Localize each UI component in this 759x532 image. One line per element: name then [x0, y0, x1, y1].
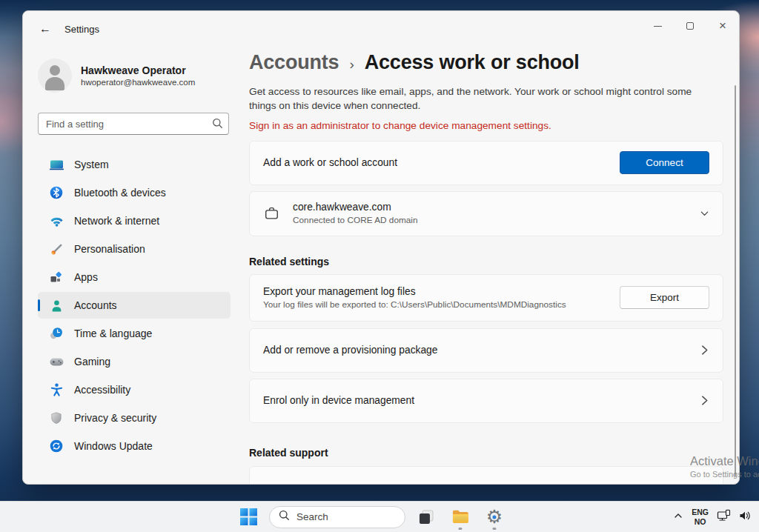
system-tray: ENG NO	[673, 502, 755, 532]
breadcrumb-separator-icon: ›	[349, 56, 354, 73]
tray-chevron-up-icon[interactable]	[673, 511, 683, 524]
taskbar-search[interactable]: Search	[269, 506, 405, 528]
taskbar: Search ⚙ ENG NO	[0, 501, 759, 532]
enrol-label: Enrol only in device management	[263, 395, 691, 406]
chevron-right-icon	[700, 395, 709, 406]
file-explorer-button[interactable]	[447, 504, 474, 531]
windows-logo-icon	[239, 508, 256, 525]
time-language-icon	[49, 326, 64, 341]
provisioning-card[interactable]: Add or remove a provisioning package	[249, 328, 723, 373]
language-indicator[interactable]: ENG NO	[692, 508, 709, 525]
sidebar-item-label: Network & internet	[74, 215, 159, 227]
sidebar-item-windows-update[interactable]: Windows Update	[38, 433, 231, 459]
related-support-header: Related support	[249, 447, 723, 459]
task-view-icon	[417, 508, 435, 526]
apps-icon	[49, 270, 64, 285]
sidebar-item-personalisation[interactable]: Personalisation	[38, 236, 231, 262]
sidebar-item-time-language[interactable]: Time & language	[38, 320, 231, 347]
export-logs-title: Export your management log files	[263, 286, 620, 297]
settings-taskbar-button[interactable]: ⚙	[481, 504, 508, 531]
gaming-icon	[49, 354, 64, 369]
page-title: Access work or school	[365, 51, 580, 74]
taskbar-search-label: Search	[296, 511, 328, 522]
settings-gear-icon: ⚙	[486, 508, 503, 526]
sidebar-item-network[interactable]: Network & internet	[38, 207, 231, 234]
accessibility-icon	[49, 382, 64, 397]
admin-warning: Sign in as an administrator to change de…	[249, 120, 723, 131]
breadcrumb: Accounts › Access work or school	[249, 51, 723, 74]
sidebar: Hawkweave Operator hwoperator@hawkweave.…	[23, 47, 245, 484]
connect-button[interactable]: Connect	[620, 151, 709, 174]
task-view-button[interactable]	[413, 504, 440, 531]
network-tray-icon[interactable]	[717, 509, 731, 525]
network-icon	[49, 213, 64, 228]
sidebar-item-privacy-security[interactable]: Privacy & security	[38, 405, 231, 431]
desktop: ← Settings × Hawkweave Operator hwoperat…	[0, 0, 759, 532]
enrol-card[interactable]: Enrol only in device management	[249, 379, 723, 423]
page-description: Get access to resources like email, apps…	[249, 84, 719, 113]
export-button[interactable]: Export	[620, 286, 709, 309]
profile-name: Hawkweave Operator	[81, 64, 195, 76]
breadcrumb-parent[interactable]: Accounts	[249, 51, 339, 74]
sidebar-item-bluetooth[interactable]: Bluetooth & devices	[38, 179, 231, 206]
avatar-person-icon	[50, 65, 60, 76]
start-button[interactable]	[235, 504, 262, 531]
add-account-label: Add a work or school account	[263, 157, 620, 168]
briefcase-icon	[263, 205, 279, 222]
sidebar-item-label: Apps	[74, 271, 98, 283]
search-icon	[279, 510, 290, 524]
sidebar-item-label: Personalisation	[74, 243, 145, 255]
export-logs-path: Your log files will be exported to: C:\U…	[263, 299, 620, 310]
sidebar-item-label: Time & language	[74, 327, 152, 339]
window-title: Settings	[64, 24, 99, 35]
vertical-scrollbar[interactable]	[735, 85, 736, 476]
volume-tray-icon[interactable]	[739, 510, 752, 525]
sidebar-item-label: Accounts	[74, 299, 117, 311]
sidebar-item-accessibility[interactable]: Accessibility	[38, 376, 231, 403]
accounts-icon	[49, 298, 64, 313]
export-logs-card: Export your management log files Your lo…	[249, 274, 723, 322]
add-account-card: Add a work or school account Connect	[249, 141, 723, 185]
sidebar-item-label: Accessibility	[74, 384, 130, 396]
selected-accent-bar	[38, 299, 40, 311]
sidebar-item-accounts[interactable]: Accounts	[38, 292, 231, 319]
avatar	[38, 59, 72, 93]
search-box	[38, 113, 231, 135]
windows-update-icon	[49, 439, 64, 453]
settings-window: ← Settings × Hawkweave Operator hwoperat…	[22, 10, 740, 485]
sidebar-item-gaming[interactable]: Gaming	[38, 348, 231, 375]
sidebar-item-apps[interactable]: Apps	[38, 264, 231, 290]
sidebar-item-label: Windows Update	[74, 440, 153, 452]
domain-card[interactable]: core.hawkweave.com Connected to CORE AD …	[249, 191, 723, 236]
related-settings-header: Related settings	[249, 256, 723, 267]
file-explorer-icon	[451, 509, 469, 525]
search-icon	[212, 118, 223, 132]
sidebar-item-label: Privacy & security	[74, 412, 156, 424]
chevron-down-icon[interactable]	[700, 209, 709, 219]
taskbar-center-group: Search ⚙	[235, 502, 508, 532]
sidebar-item-label: Bluetooth & devices	[74, 187, 166, 199]
sidebar-item-label: System	[74, 159, 109, 170]
chevron-right-icon	[700, 345, 709, 356]
bluetooth-icon	[49, 185, 64, 200]
running-indicator	[458, 528, 462, 530]
personalisation-icon	[49, 242, 64, 256]
sidebar-nav: System Bluetooth & devices Network & int…	[38, 151, 231, 459]
back-button[interactable]: ←	[35, 19, 56, 39]
provisioning-label: Add or remove a provisioning package	[263, 345, 691, 356]
system-icon	[49, 157, 64, 172]
search-input[interactable]	[38, 113, 229, 135]
related-support-card[interactable]	[249, 466, 723, 485]
domain-name: core.hawkweave.com	[293, 202, 691, 213]
sidebar-item-system[interactable]: System	[38, 151, 231, 178]
privacy-security-icon	[49, 410, 64, 425]
main-content: Accounts › Access work or school Get acc…	[249, 11, 723, 485]
domain-status: Connected to CORE AD domain	[293, 215, 691, 225]
profile-email: hwoperator@hawkweave.com	[81, 78, 195, 87]
running-indicator	[492, 528, 496, 530]
sidebar-item-label: Gaming	[74, 356, 110, 368]
user-profile[interactable]: Hawkweave Operator hwoperator@hawkweave.…	[38, 59, 231, 93]
